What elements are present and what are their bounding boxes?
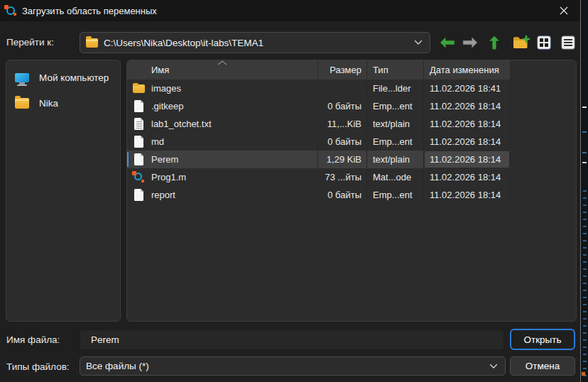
grid-view-icon bbox=[537, 36, 551, 50]
sidebar-item-nika[interactable]: Nika bbox=[6, 90, 120, 116]
file-name: lab1_otchet.txt bbox=[151, 119, 212, 129]
file-icon bbox=[133, 100, 145, 112]
list-view-icon bbox=[561, 36, 575, 50]
file-icon bbox=[133, 153, 145, 165]
folder-icon bbox=[86, 38, 98, 48]
chevron-down-icon bbox=[489, 364, 498, 369]
folder-icon bbox=[133, 82, 145, 94]
filename-input[interactable] bbox=[80, 329, 504, 350]
file-type: text/plain bbox=[367, 151, 424, 168]
file-name: Perem bbox=[151, 154, 178, 165]
up-arrow-icon bbox=[489, 36, 500, 50]
file-type: Emp...ent bbox=[367, 186, 424, 204]
new-folder-button[interactable] bbox=[511, 33, 531, 53]
file-size: 1,29 KiB bbox=[318, 151, 367, 168]
file-size bbox=[318, 80, 367, 97]
file-date: 11.02.2026 18:14 bbox=[424, 97, 511, 115]
file-icon bbox=[133, 189, 145, 201]
sidebar-item-my-computer[interactable]: Мой компьютер bbox=[6, 65, 120, 90]
file-date: 11.02.2026 18:14 bbox=[424, 168, 511, 186]
table-row[interactable]: .gitkeep0 байтыEmp...ent11.02.2026 18:14 bbox=[127, 97, 511, 115]
file-size: 0 байты bbox=[318, 186, 367, 204]
table-row[interactable]: report0 байтыEmp...ent11.02.2026 18:14 bbox=[127, 186, 511, 204]
computer-icon bbox=[15, 73, 29, 82]
chevron-down-icon bbox=[414, 40, 423, 45]
column-header-size[interactable]: Размер bbox=[318, 60, 367, 80]
table-row[interactable]: lab1_otchet.txt11,...KiBtext/plain11.02.… bbox=[127, 115, 511, 133]
path-value: C:\Users\Nika\Desktop\it-labs\TEMA1 bbox=[104, 38, 414, 48]
file-name: images bbox=[151, 83, 181, 94]
file-name: report bbox=[151, 190, 175, 200]
places-sidebar: Мой компьютер Nika bbox=[6, 60, 121, 322]
table-header: Имя Размер Тип Дата изменения bbox=[127, 60, 511, 80]
goto-label: Перейти к: bbox=[6, 37, 54, 48]
file-type: Mat...ode bbox=[367, 168, 424, 186]
new-folder-icon bbox=[513, 36, 530, 50]
path-combobox[interactable]: C:\Users\Nika\Desktop\it-labs\TEMA1 bbox=[80, 32, 430, 53]
table-row[interactable]: Perem1,29 KiBtext/plain11.02.2026 18:14 bbox=[127, 151, 511, 168]
dialog-title: Загрузить область переменных bbox=[22, 6, 157, 16]
detail-view-button[interactable] bbox=[558, 33, 578, 53]
table-row[interactable]: imagesFile...lder11.02.2026 18:41 bbox=[127, 80, 511, 97]
up-directory-button[interactable] bbox=[484, 33, 504, 53]
cancel-button[interactable]: Отмена bbox=[510, 356, 575, 376]
file-table-body: imagesFile...lder11.02.2026 18:41.gitkee… bbox=[127, 80, 511, 204]
forward-arrow-icon bbox=[462, 37, 478, 48]
forward-button[interactable] bbox=[460, 33, 480, 53]
scilab-app-icon bbox=[5, 5, 16, 16]
file-name: .gitkeep bbox=[151, 101, 184, 111]
filename-label: Имя файла: bbox=[6, 334, 60, 345]
sort-ascending-icon bbox=[217, 60, 227, 65]
file-date: 11.02.2026 18:14 bbox=[424, 151, 511, 168]
back-arrow-icon bbox=[440, 37, 455, 48]
close-button[interactable] bbox=[552, 2, 576, 19]
close-icon bbox=[560, 6, 568, 15]
column-header-type[interactable]: Тип bbox=[367, 60, 424, 80]
file-date: 11.02.2026 18:41 bbox=[424, 80, 511, 97]
file-list-panel: Имя Размер Тип Дата изменения imagesFile… bbox=[126, 60, 577, 322]
file-icon bbox=[133, 136, 145, 148]
file-name: md bbox=[151, 136, 164, 147]
file-size: 73 ...йты bbox=[318, 168, 367, 186]
load-variables-dialog: Загрузить область переменных Перейти к: … bbox=[0, 0, 581, 382]
back-button[interactable] bbox=[437, 33, 457, 53]
file-date: 11.02.2026 18:14 bbox=[424, 186, 511, 204]
file-date: 11.02.2026 18:14 bbox=[424, 133, 511, 151]
file-size: 0 байты bbox=[318, 97, 367, 115]
file-type: File...lder bbox=[367, 80, 424, 97]
file-type: Emp...ent bbox=[367, 97, 424, 115]
file-type: Emp...ent bbox=[367, 133, 424, 151]
table-row[interactable]: Prog1.m73 ...йтыMat...ode11.02.2026 18:1… bbox=[127, 168, 511, 186]
file-name: Prog1.m bbox=[151, 172, 186, 182]
text-file-icon bbox=[133, 118, 145, 130]
column-header-date[interactable]: Дата изменения bbox=[424, 60, 511, 80]
filetype-value: Все файлы (*) bbox=[86, 361, 149, 371]
title-bar: Загрузить область переменных bbox=[0, 0, 580, 21]
icon-view-button[interactable] bbox=[534, 33, 554, 53]
filetype-combobox[interactable]: Все файлы (*) bbox=[80, 356, 506, 376]
sidebar-item-label: Nika bbox=[39, 98, 58, 109]
background-window-edge bbox=[582, 0, 588, 382]
scilab-icon bbox=[133, 171, 145, 183]
filetype-label: Типы файлов: bbox=[6, 361, 70, 372]
folder-icon bbox=[15, 98, 29, 109]
file-date: 11.02.2026 18:14 bbox=[424, 115, 511, 133]
sidebar-item-label: Мой компьютер bbox=[39, 72, 109, 83]
file-type: text/plain bbox=[367, 115, 424, 133]
file-size: 11,...KiB bbox=[318, 115, 367, 133]
open-button[interactable]: Открыть bbox=[510, 329, 575, 350]
table-row[interactable]: md0 байтыEmp...ent11.02.2026 18:14 bbox=[127, 133, 511, 151]
file-size: 0 байты bbox=[318, 133, 367, 151]
